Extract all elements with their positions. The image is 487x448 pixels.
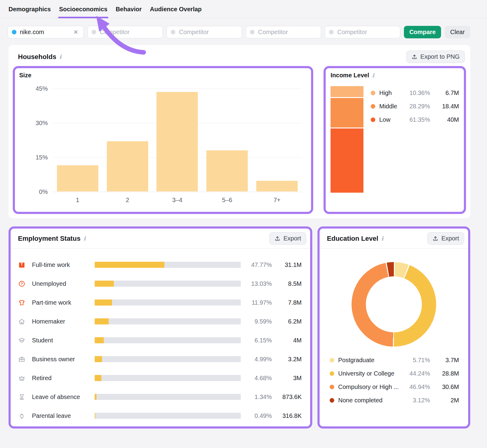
info-icon[interactable] [59, 54, 61, 60]
income-level-card: Income Level High 10.36% 6.7M [324, 66, 466, 214]
briefcase-icon [18, 355, 26, 363]
employment-row: Student 6.15% 4M [18, 331, 302, 350]
education-legend: Postgraduate 5.71% 3.7M University or Co… [320, 347, 468, 407]
clear-button[interactable]: Clear [445, 26, 470, 38]
competitor-input-1[interactable] [88, 26, 163, 38]
x-tick: 5–6 [202, 197, 252, 204]
competitor-field-1[interactable] [87, 26, 163, 38]
employment-status-title: Employment Status [18, 235, 80, 243]
size-bar [57, 165, 98, 191]
competitor-dot-icon [250, 30, 254, 34]
competitor-dot-icon [171, 30, 175, 34]
employment-rows: Full-time work 47.77% 31.1M ? Unemployed… [11, 249, 310, 425]
info-icon[interactable] [372, 72, 374, 79]
tab-audience-overlap[interactable]: Audience Overlap [150, 0, 201, 18]
tab-demographics[interactable]: Demographics [9, 0, 51, 18]
competitor-input-4[interactable] [325, 26, 400, 38]
competitor-dot-icon [92, 30, 96, 34]
employment-row: Leave of absence 1.34% 873.6K [18, 387, 302, 406]
upload-icon [275, 236, 280, 241]
legend-dot-icon [330, 398, 334, 403]
size-bar [156, 92, 198, 191]
size-chart-card: Size 45% 30% 15% 0% [13, 66, 313, 214]
income-legend: High 10.36% 6.7M Middle 28.29% 18.4M Low… [371, 86, 459, 193]
employment-row: Homemaker 9.59% 6.2M [18, 312, 302, 331]
progress-bar [95, 262, 241, 268]
income-segment-middle [331, 98, 363, 128]
tab-socioeconomics[interactable]: Socioeconomics [59, 0, 107, 18]
competitor-dot-icon [329, 30, 334, 34]
income-level-title: Income Level [331, 72, 369, 79]
progress-bar [95, 375, 241, 381]
x-tick: 2 [103, 197, 152, 204]
competitor-input-2[interactable] [167, 26, 242, 38]
size-bar-chart: 45% 30% 15% 0% 1 2 3–4 5– [19, 89, 305, 208]
legend-dot-icon [371, 117, 375, 122]
employment-row: Business owner 4.99% 3.2M [18, 350, 302, 369]
progress-bar [95, 394, 241, 400]
competitor-field-3[interactable] [246, 26, 321, 38]
y-tick: 0% [39, 188, 48, 195]
tshirt-icon [18, 299, 26, 306]
progress-bar [95, 299, 241, 306]
progress-bar [95, 356, 241, 362]
work-badge-icon [18, 261, 26, 269]
remove-domain-icon[interactable]: ✕ [72, 29, 79, 36]
export-to-png-button[interactable]: Export to PNG [406, 51, 465, 63]
x-tick: 3–4 [152, 197, 202, 204]
employment-row: Retired 4.68% 3M [18, 369, 302, 387]
employment-export-button[interactable]: Export [269, 232, 306, 245]
size-bar [206, 150, 248, 191]
employment-status-card: Employment Status Export Full-time work [9, 226, 312, 429]
x-tick: 7+ [252, 197, 302, 204]
income-stacked-bar [331, 86, 363, 193]
y-tick: 30% [36, 119, 48, 126]
households-card: Households Export to PNG Size 45% 30% [9, 45, 470, 218]
crown-icon [18, 374, 26, 382]
competitor-field-2[interactable] [166, 26, 242, 38]
progress-bar [95, 337, 241, 343]
employment-row: Part-time work 11.97% 7.8M [18, 293, 302, 312]
y-tick: 15% [36, 154, 48, 161]
upload-icon [433, 236, 438, 241]
main-domain-field[interactable]: nike.com ✕ [8, 26, 84, 38]
upload-icon [412, 54, 417, 60]
graduation-cap-icon [18, 337, 26, 344]
education-donut-chart [352, 262, 436, 347]
progress-bar [95, 413, 241, 419]
info-icon[interactable] [83, 235, 86, 242]
compare-button[interactable]: Compare [404, 26, 441, 38]
main-domain-value: nike.com [20, 29, 72, 36]
education-level-card: Education Level Export Postgraduate 5.71… [317, 226, 470, 429]
pacifier-icon [18, 412, 26, 420]
progress-bar [95, 318, 241, 324]
legend-dot-icon [330, 385, 334, 389]
x-tick: 1 [53, 197, 103, 204]
size-bar [107, 141, 148, 191]
education-export-button[interactable]: Export [427, 232, 464, 245]
size-bar [256, 181, 298, 191]
y-tick: 45% [36, 85, 48, 92]
tab-behavior[interactable]: Behavior [116, 0, 142, 18]
domain-dot-icon [12, 30, 16, 34]
competitor-input-3[interactable] [246, 26, 321, 38]
question-circle-icon: ? [18, 280, 26, 288]
legend-row: University or College 44.24% 28.8M [330, 367, 459, 380]
income-segment-low [331, 128, 363, 193]
employment-row: ? Unemployed 13.03% 8.5M [18, 274, 302, 293]
legend-row: Low 61.35% 40M [371, 113, 459, 126]
house-icon [18, 318, 26, 325]
top-nav: Demographics Socioeconomics Behavior Aud… [0, 0, 487, 19]
employment-row: Full-time work 47.77% 31.1M [18, 255, 302, 274]
progress-bar [95, 281, 241, 287]
competitor-field-4[interactable] [325, 26, 400, 38]
legend-row: Compulsory or High ... 46.94% 30.6M [330, 380, 459, 394]
legend-row: Postgraduate 5.71% 3.7M [330, 353, 459, 367]
income-segment-high [331, 86, 363, 97]
info-icon[interactable] [381, 235, 384, 242]
legend-row: Middle 28.29% 18.4M [371, 100, 459, 113]
households-title: Households [18, 53, 56, 61]
hourglass-icon [18, 393, 26, 401]
legend-dot-icon [330, 371, 334, 376]
legend-row: High 10.36% 6.7M [371, 86, 459, 100]
